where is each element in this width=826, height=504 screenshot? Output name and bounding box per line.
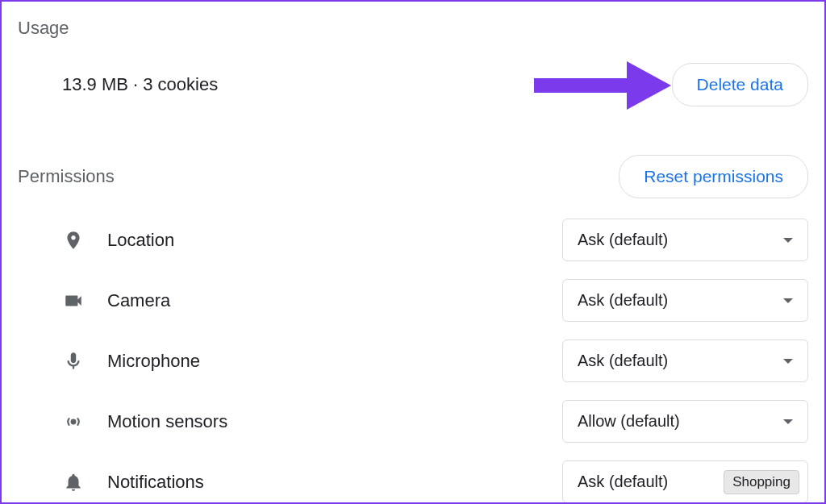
permission-left: Camera	[62, 289, 170, 312]
notifications-dropdown[interactable]: Ask (default) Shopping	[562, 460, 808, 503]
usage-text: 13.9 MB · 3 cookies	[62, 74, 218, 95]
chevron-down-icon	[783, 359, 793, 364]
permission-label: Notifications	[107, 472, 204, 493]
dropdown-value: Allow (default)	[578, 412, 680, 431]
camera-icon	[62, 289, 85, 312]
location-icon	[62, 229, 85, 252]
camera-dropdown[interactable]: Ask (default)	[562, 279, 808, 322]
permission-label: Camera	[107, 290, 170, 311]
permission-row-location: Location Ask (default)	[18, 219, 808, 261]
microphone-icon	[62, 350, 85, 373]
dropdown-value: Ask (default)	[578, 231, 668, 249]
reset-permissions-button[interactable]: Reset permissions	[619, 155, 808, 198]
delete-data-button[interactable]: Delete data	[672, 63, 808, 106]
motion-sensors-dropdown[interactable]: Allow (default)	[562, 400, 808, 443]
permission-row-notifications: Notifications Ask (default) Shopping	[18, 460, 808, 503]
microphone-dropdown[interactable]: Ask (default)	[562, 339, 808, 382]
permissions-header: Permissions Reset permissions	[18, 155, 808, 198]
location-dropdown[interactable]: Ask (default)	[562, 219, 808, 261]
permission-row-motion-sensors: Motion sensors Allow (default)	[18, 400, 808, 443]
permission-left: Notifications	[62, 471, 204, 494]
dropdown-value: Ask (default)	[578, 473, 668, 491]
svg-point-0	[72, 419, 76, 423]
dropdown-value: Ask (default)	[578, 291, 668, 310]
permissions-title: Permissions	[18, 166, 115, 187]
chevron-down-icon	[783, 419, 793, 424]
permission-left: Motion sensors	[62, 410, 227, 433]
permission-left: Location	[62, 229, 174, 252]
permission-label: Microphone	[107, 351, 200, 372]
permission-label: Motion sensors	[107, 411, 227, 432]
usage-title: Usage	[18, 18, 808, 39]
permission-row-camera: Camera Ask (default)	[18, 279, 808, 322]
usage-row: 13.9 MB · 3 cookies Delete data	[18, 63, 808, 106]
dropdown-value: Ask (default)	[578, 352, 668, 370]
permission-row-microphone: Microphone Ask (default)	[18, 339, 808, 382]
permission-left: Microphone	[62, 350, 200, 373]
notifications-icon	[62, 471, 85, 494]
shopping-tag: Shopping	[724, 470, 799, 494]
chevron-down-icon	[783, 238, 793, 243]
motion-sensors-icon	[62, 410, 85, 433]
chevron-down-icon	[783, 298, 793, 303]
permission-label: Location	[107, 230, 174, 251]
